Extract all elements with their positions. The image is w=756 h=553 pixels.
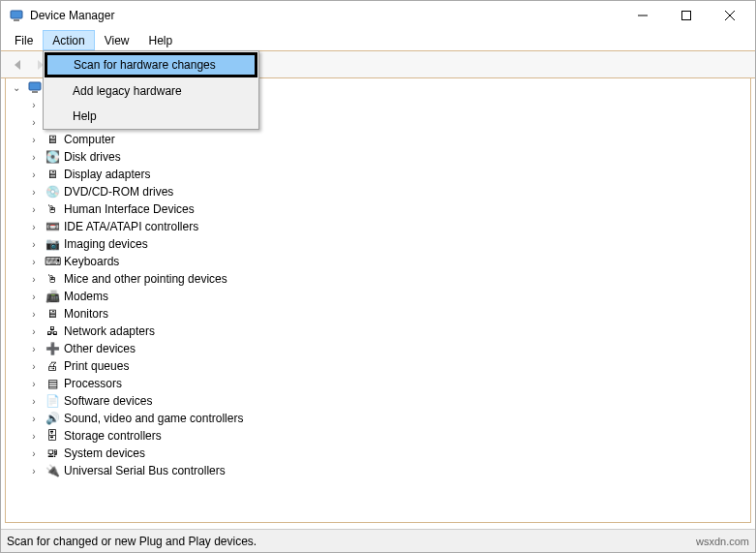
disk-icon: 💽 — [45, 149, 60, 165]
chevron-right-icon[interactable]: › — [27, 204, 41, 215]
chevron-right-icon[interactable]: › — [27, 222, 41, 232]
statusbar: Scan for changed or new Plug and Play de… — [1, 529, 755, 552]
tree-node[interactable]: ›➕Other devices — [6, 340, 750, 357]
chevron-right-icon[interactable]: › — [27, 309, 41, 320]
tree-node[interactable]: ›🖳System devices — [6, 445, 750, 462]
chevron-right-icon[interactable]: › — [27, 292, 41, 302]
node-label: Print queues — [64, 359, 129, 373]
hid-icon: 🖱 — [45, 201, 60, 217]
node-label: System devices — [64, 446, 145, 460]
storage-icon: 🗄 — [45, 428, 60, 444]
menu-action[interactable]: Action — [43, 30, 94, 50]
other-icon: ➕ — [45, 341, 60, 356]
node-label: Sound, video and game controllers — [64, 412, 243, 425]
action-menu-dropdown: Scan for hardware changes Add legacy har… — [43, 50, 259, 130]
chevron-right-icon[interactable]: › — [27, 448, 41, 459]
chevron-right-icon[interactable]: › — [27, 431, 41, 442]
tree-node[interactable]: ›💿DVD/CD-ROM drives — [6, 183, 750, 200]
chevron-right-icon[interactable]: › — [27, 257, 41, 267]
tree-node[interactable]: ›🔌Universal Serial Bus controllers — [6, 462, 750, 479]
computer-icon — [27, 79, 43, 95]
tree-node[interactable]: ›🖨Print queues — [6, 357, 750, 375]
modem-icon: 📠 — [45, 289, 60, 304]
sound-icon: 🔊 — [45, 411, 60, 426]
chevron-right-icon[interactable]: › — [27, 135, 41, 145]
node-label: Monitors — [64, 307, 108, 321]
node-label: Software devices — [64, 394, 152, 408]
minimize-button[interactable] — [620, 2, 664, 29]
monitor-icon: 🖥 — [45, 167, 60, 182]
chevron-right-icon[interactable]: › — [27, 152, 41, 163]
node-label: Storage controllers — [64, 429, 162, 443]
tree-node[interactable]: ›📼IDE ATA/ATAPI controllers — [6, 218, 750, 235]
device-tree[interactable]: ⌄ ›🔋Batteries›🟦Bluetooth›🖥Computer›💽Disk… — [5, 78, 751, 523]
tree-node[interactable]: ›⌨Keyboards — [6, 253, 750, 270]
chevron-right-icon[interactable]: › — [27, 466, 41, 476]
node-label: Processors — [64, 377, 122, 390]
back-button[interactable] — [7, 54, 28, 76]
svg-rect-3 — [681, 12, 690, 20]
titlebar: Device Manager — [1, 1, 755, 30]
chevron-right-icon[interactable]: › — [27, 361, 41, 372]
chevron-right-icon[interactable]: › — [27, 379, 41, 389]
tree-node[interactable]: ›📷Imaging devices — [6, 235, 750, 253]
monitor-icon: 🖥 — [45, 132, 60, 147]
menu-item-help[interactable]: Help — [44, 104, 258, 129]
node-label: Human Interface Devices — [64, 202, 195, 216]
tree-node[interactable]: ›🖧Network adapters — [6, 323, 750, 340]
node-label: Universal Serial Bus controllers — [64, 464, 226, 477]
tree-node[interactable]: ›🔊Sound, video and game controllers — [6, 410, 750, 427]
tree-node[interactable]: ›🖱Mice and other pointing devices — [6, 270, 750, 288]
chevron-right-icon[interactable]: › — [27, 274, 41, 285]
chevron-right-icon[interactable]: › — [27, 239, 41, 250]
tree-node[interactable]: ›📠Modems — [6, 288, 750, 305]
svg-rect-6 — [29, 82, 41, 90]
cpu-icon: ▤ — [45, 376, 60, 391]
camera-icon: 📷 — [45, 236, 60, 252]
chevron-right-icon[interactable]: › — [27, 100, 41, 110]
node-label: Modems — [64, 290, 108, 303]
chevron-right-icon[interactable]: › — [27, 414, 41, 424]
mouse-icon: 🖱 — [45, 271, 60, 287]
node-label: Computer — [64, 133, 115, 146]
chevron-right-icon[interactable]: › — [27, 396, 41, 407]
menu-help[interactable]: Help — [139, 30, 183, 50]
chevron-right-icon[interactable]: › — [27, 187, 41, 198]
chevron-right-icon[interactable]: › — [27, 169, 41, 180]
expander-icon[interactable]: ⌄ — [10, 82, 23, 93]
tree-node[interactable]: ›🖥Monitors — [6, 305, 750, 323]
chevron-right-icon[interactable]: › — [27, 117, 41, 128]
chevron-right-icon[interactable]: › — [27, 344, 41, 354]
keyboard-icon: ⌨ — [45, 254, 60, 269]
window-controls — [620, 2, 751, 29]
node-label: Mice and other pointing devices — [64, 272, 227, 286]
menu-file[interactable]: File — [5, 30, 43, 50]
node-label: Display adapters — [64, 168, 150, 181]
close-button[interactable] — [708, 2, 751, 29]
tree-node[interactable]: ›🖱Human Interface Devices — [6, 200, 750, 218]
tree-node[interactable]: ›🖥Display adapters — [6, 166, 750, 183]
disc-icon: 💿 — [45, 184, 60, 200]
node-label: Disk drives — [64, 150, 121, 164]
menu-item-scan-hardware[interactable]: Scan for hardware changes — [45, 52, 257, 77]
chevron-right-icon[interactable]: › — [27, 326, 41, 337]
menubar: File Action View Help — [1, 30, 755, 51]
watermark: wsxdn.com — [696, 536, 749, 547]
menu-item-add-legacy[interactable]: Add legacy hardware — [44, 78, 258, 104]
tree-node[interactable]: ›🖥Computer — [6, 131, 750, 148]
svg-rect-1 — [14, 19, 19, 21]
node-label: DVD/CD-ROM drives — [64, 185, 173, 199]
usb-icon: 🔌 — [45, 463, 60, 478]
tree-node[interactable]: ›📄Software devices — [6, 392, 750, 410]
menu-view[interactable]: View — [95, 30, 139, 50]
maximize-button[interactable] — [664, 2, 708, 29]
tree-node[interactable]: ›🗄Storage controllers — [6, 427, 750, 445]
status-text: Scan for changed or new Plug and Play de… — [7, 535, 696, 548]
system-icon: 🖳 — [45, 445, 60, 461]
monitor-icon: 🖥 — [45, 306, 60, 322]
node-label: IDE ATA/ATAPI controllers — [64, 220, 198, 233]
tree-node[interactable]: ›▤Processors — [6, 375, 750, 392]
node-label: Imaging devices — [64, 237, 148, 251]
printer-icon: 🖨 — [45, 358, 60, 374]
tree-node[interactable]: ›💽Disk drives — [6, 148, 750, 166]
